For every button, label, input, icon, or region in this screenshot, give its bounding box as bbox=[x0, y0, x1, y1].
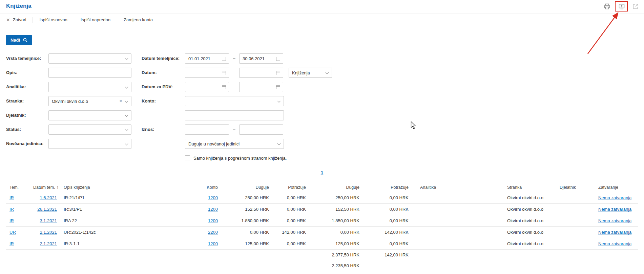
konto-link[interactable]: 1200 bbox=[208, 241, 218, 246]
tem-link[interactable]: IR bbox=[9, 241, 14, 246]
konto-link[interactable]: 1200 bbox=[208, 218, 218, 223]
iznos-from-input[interactable] bbox=[185, 124, 229, 135]
col-header-duguje-2[interactable]: Duguje bbox=[309, 183, 363, 192]
zatvaranje-link[interactable]: Nema zatvaranja bbox=[598, 195, 631, 200]
iznos-label: Iznos: bbox=[142, 127, 154, 132]
datum-from-input[interactable] bbox=[185, 68, 229, 78]
datum-mode-select[interactable]: Knjiženja bbox=[289, 68, 332, 78]
find-button[interactable]: Nađi bbox=[6, 35, 32, 45]
duguje-cell: 0,00 HRK bbox=[309, 227, 363, 238]
zatvaranje-link[interactable]: Nema zatvaranja bbox=[598, 230, 631, 235]
zatvaranje-link[interactable]: Nema zatvaranja bbox=[598, 207, 631, 212]
calendar-icon bbox=[222, 85, 226, 89]
export-icon[interactable] bbox=[618, 2, 626, 10]
stranka-label: Stranka: bbox=[6, 98, 24, 104]
zatvaranje-link[interactable]: Nema zatvaranja bbox=[598, 218, 631, 223]
datum-to-input[interactable] bbox=[239, 68, 283, 78]
konto-link[interactable]: 1200 bbox=[208, 207, 218, 212]
djelatnik-select[interactable] bbox=[48, 110, 131, 120]
col-header-stranka[interactable]: Stranka bbox=[500, 183, 553, 192]
col-header-opis[interactable]: Opis knjiženja bbox=[60, 183, 172, 192]
table-row: UR 2.1.2021 UR:2021-1;142ć 2200 0,00 HRK… bbox=[6, 227, 638, 238]
pagination: 1 bbox=[0, 170, 644, 175]
vrsta-temeljnice-select[interactable] bbox=[48, 53, 131, 64]
tem-link[interactable]: IR bbox=[9, 195, 14, 200]
iznos-to-input[interactable] bbox=[239, 124, 283, 135]
chevron-down-icon bbox=[125, 142, 128, 145]
datum-temeljnice-label: Datum temeljnice: bbox=[142, 56, 180, 61]
totals-row: 2.377,50 HRK 142,00 HRK bbox=[6, 250, 638, 260]
konto-text-input[interactable] bbox=[185, 110, 284, 120]
datum-link[interactable]: 26.1.2021 bbox=[37, 207, 57, 212]
opis-input[interactable] bbox=[48, 68, 131, 78]
duguje-nj-cell: 250,00 HRK bbox=[221, 192, 272, 204]
novcana-jedinica-select[interactable] bbox=[48, 139, 131, 149]
print-icon[interactable] bbox=[603, 2, 611, 10]
novcana-jedinica-label: Novčana jedinica: bbox=[6, 141, 44, 146]
tem-link[interactable]: IR bbox=[9, 218, 14, 223]
col-header-tem[interactable]: Tem. bbox=[6, 183, 30, 192]
datum-pdv-from-input[interactable] bbox=[185, 82, 229, 92]
konto-link[interactable]: 1200 bbox=[208, 195, 218, 200]
tem-link[interactable]: UR bbox=[9, 230, 16, 235]
popout-icon[interactable] bbox=[631, 2, 640, 10]
datum-temeljnice-to-value: 30.06.2021 bbox=[243, 56, 265, 61]
col-header-potrazuje-1[interactable]: Potražuje bbox=[272, 183, 309, 192]
potrazuje-cell: 0,00 HRK bbox=[363, 192, 412, 204]
range-dash: – bbox=[229, 70, 239, 75]
datum-link[interactable]: 1.6.2021 bbox=[40, 195, 57, 200]
print-basic-button[interactable]: Ispiši osnovno bbox=[39, 17, 67, 22]
datum-link[interactable]: 3.1.2021 bbox=[40, 218, 57, 223]
opis-cell: IR:21/1/P1 bbox=[60, 192, 172, 204]
konto-select[interactable] bbox=[185, 96, 284, 106]
close-icon: ✕ bbox=[6, 18, 10, 22]
col-header-analitika[interactable]: Analitika bbox=[412, 183, 500, 192]
tem-link[interactable]: IR bbox=[9, 207, 14, 212]
chevron-down-icon bbox=[125, 99, 128, 103]
range-dash: – bbox=[229, 56, 239, 61]
stranka-cell: Okvirni okviri d.o.o bbox=[500, 192, 553, 204]
djelatnik-cell bbox=[553, 215, 591, 227]
potrazuje-nj-cell: 0,00 HRK bbox=[272, 215, 309, 227]
opis-cell: UR:2021-1;142ć bbox=[60, 227, 172, 238]
datum-temeljnice-to-input[interactable]: 30.06.2021 bbox=[239, 53, 283, 64]
datum-link[interactable]: 2.1.2021 bbox=[40, 230, 57, 235]
replace-account-button[interactable]: Zamjena konta bbox=[124, 17, 153, 22]
stranka-cell: Okvirni okviri d.o.o bbox=[500, 238, 553, 250]
zatvaranje-link[interactable]: Nema zatvaranja bbox=[598, 241, 631, 246]
stranka-select[interactable]: Okvirni okviri d.o.o × bbox=[48, 96, 131, 106]
status-select[interactable] bbox=[48, 124, 131, 135]
datum-temeljnice-from-input[interactable]: 01.01.2021 bbox=[185, 53, 229, 64]
analitika-label: Analitika: bbox=[6, 84, 26, 89]
col-header-potrazuje-2[interactable]: Potražuje bbox=[363, 183, 412, 192]
analitika-cell bbox=[412, 215, 500, 227]
datum-pdv-to-input[interactable] bbox=[239, 82, 283, 92]
analitika-select[interactable] bbox=[48, 82, 131, 92]
total-potrazuje: 142,00 HRK bbox=[363, 250, 412, 260]
saldo-row: 2.235,50 HRK bbox=[6, 260, 638, 271]
clear-icon[interactable]: × bbox=[119, 98, 122, 104]
iznos-mode-select[interactable]: Duguje u novčanoj jedinici bbox=[185, 139, 284, 149]
col-header-datum[interactable]: Datum tem.↑ bbox=[30, 183, 60, 192]
print-advanced-button[interactable]: Ispiši napredno bbox=[81, 17, 110, 22]
potrazuje-cell: 0,00 HRK bbox=[363, 238, 412, 250]
close-button[interactable]: ✕ Zatvori bbox=[6, 17, 26, 22]
total-saldo: 2.235,50 HRK bbox=[309, 260, 363, 271]
datum-link[interactable]: 2.1.2021 bbox=[40, 241, 57, 246]
wrong-side-checkbox[interactable] bbox=[185, 155, 190, 160]
page-title: Knjiženja bbox=[6, 3, 32, 9]
djelatnik-label: Djelatnik: bbox=[6, 113, 26, 118]
col-header-duguje-1[interactable]: Duguje bbox=[221, 183, 272, 192]
col-header-konto[interactable]: Konto bbox=[172, 183, 221, 192]
page-link-1[interactable]: 1 bbox=[321, 170, 324, 175]
opis-cell: IR:3-1-1 bbox=[60, 238, 172, 250]
mouse-cursor-icon bbox=[411, 121, 417, 130]
potrazuje-cell: 0,00 HRK bbox=[363, 215, 412, 227]
find-button-label: Nađi bbox=[11, 38, 20, 43]
calendar-icon bbox=[276, 57, 280, 61]
potrazuje-nj-cell: 142,00 HRK bbox=[272, 227, 309, 238]
toolbar-divider bbox=[33, 17, 33, 23]
col-header-zatvaranje[interactable]: Zatvaranje bbox=[591, 183, 638, 192]
konto-link[interactable]: 2200 bbox=[208, 230, 218, 235]
col-header-djelatnik[interactable]: Djelatnik bbox=[553, 183, 591, 192]
